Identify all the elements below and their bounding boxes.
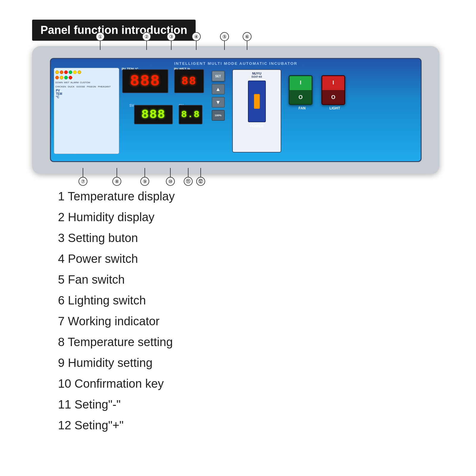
legend-item-5: 5 Fan switch [58,271,175,288]
panel-inner: INTELLIGENT MULTI MODE AUTOMATIC INCUBAT… [50,58,422,162]
annotation-6: ⑥ [243,32,252,41]
left-controller: DOWN WET ALARM CUSTOM CHICKEN DUCK GOOSE… [54,68,119,154]
sv-temp-value: 888 [141,108,166,122]
indicator-dot-4 [69,70,72,74]
animal-label-duck: DUCK [68,85,75,88]
ann-line-10 [170,168,171,177]
legend-item-7: 7 Working indicator [58,312,175,330]
power-breaker-area: NUYU DZ47-63 POWER [232,69,281,153]
ann-line-4 [196,41,197,50]
annotation-9: ⑨ [140,177,149,186]
fan-label: FAN [289,106,315,110]
humidity-display: 88 [174,69,204,93]
animal-label-goose: GOOSE [76,85,85,88]
annotation-4: ④ [192,32,201,41]
ann-line-8 [117,168,117,177]
fan-switch[interactable]: FAN [289,75,315,111]
mode-label-down: DOWN [55,81,63,84]
power-label: POWER [250,124,263,128]
annotation-12: ⑫ [196,177,205,186]
legend-item-6: 6 Lighting switch [58,291,175,309]
ann-line-9 [144,168,145,177]
annotation-5: ⑤ [220,32,229,41]
circuit-breaker[interactable] [248,81,266,122]
confirm-button[interactable]: 100% [212,110,225,121]
setting-buttons-area: SET ▲ ▼ 100% [210,71,226,130]
legend-item-4: 4 Power switch [58,250,175,268]
panel-header-text: INTELLIGENT MULTI MODE AUTOMATIC INCUBAT… [51,61,421,66]
indicator-dot-10 [69,76,72,79]
annotation-3: ③ [167,32,176,41]
fan-rocker[interactable] [289,75,312,105]
ann-line-3 [171,41,172,50]
light-label: LIGHT [321,106,348,110]
indicator-dot-1 [55,70,59,74]
annotation-10: ⑩ [166,177,175,186]
sv-temp-display: 888 [134,105,173,124]
mode-label-custom: CUSTOM [80,81,90,84]
pv-label: PVTEM°C [56,89,62,99]
up-button[interactable]: ▲ [212,84,225,95]
annotation-7: ⑦ [78,177,87,186]
ann-line-7 [83,168,83,177]
annotation-11: ⑪ [184,177,193,186]
indicator-dot-2 [60,70,63,74]
breaker-handle[interactable] [254,94,260,109]
brand-label: NUYU [252,72,261,75]
legend-item-12: 12 Seting"+" [58,416,175,434]
set-button[interactable]: SET [212,71,225,81]
ann-line-5 [224,41,225,50]
ann-line-11 [188,168,188,177]
down-button[interactable]: ▼ [212,97,225,108]
legend-item-10: 10 Confirmation key [58,375,175,392]
temp-value: 888 [130,73,161,90]
legend-item-9: 9 Humidity setting [58,354,175,372]
indicator-dot-6 [78,70,81,74]
sv-humid-value: 8.8 [181,109,200,120]
legend-item-2: 2 Humidity display [58,208,175,226]
animal-label-pheasant: PHEASANT [98,85,111,88]
humid-value: 88 [181,75,197,88]
panel-outer: INTELLIGENT MULTI MODE AUTOMATIC INCUBAT… [32,46,439,174]
ann-line-6 [247,41,247,50]
indicator-dot-8 [60,76,63,79]
indicator-dot-9 [64,76,68,79]
animal-label-pigeon: PIGEON [87,85,96,88]
annotation-8: ⑧ [112,177,121,186]
legend-item-8: 8 Temperature setting [58,333,175,351]
legend-item-3: 3 Setting buton [58,229,175,247]
legend-item-1: 1 Temperature display [58,187,175,205]
mode-label-wet: WET [64,81,69,84]
mode-label-alarm: ALARM [70,81,79,84]
sv-temp-label: SV [129,103,134,108]
ann-line-2 [146,41,147,50]
annotation-1: ① [96,32,105,41]
ann-line-12 [200,168,201,177]
sv-humid-display: 8.8 [179,105,202,124]
animal-label-chicken: CHICKEN [55,85,66,88]
indicator-dot-3 [64,70,68,74]
light-rocker[interactable] [321,75,345,105]
indicator-dot-7 [55,76,59,79]
indicator-dot-5 [73,70,77,74]
legend-item-11: 11 Seting"-" [58,395,175,413]
legend-list: 1 Temperature display 2 Humidity display… [58,187,175,437]
temperature-display: 888 [122,69,168,93]
model-label: DZ47-63 [252,75,262,78]
ann-line-1 [100,41,100,50]
light-switch[interactable]: LIGHT [321,75,348,111]
annotation-2: ② [142,32,151,41]
